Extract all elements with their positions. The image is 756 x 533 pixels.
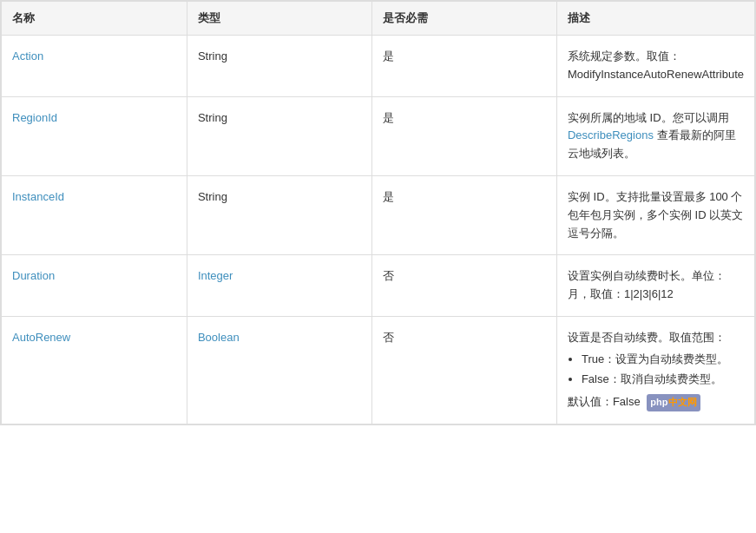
param-desc-action: 系统规定参数。取值：ModifyInstanceAutoRenewAttribu…	[556, 36, 754, 97]
param-desc-autorenew: 设置是否自动续费。取值范围： True：设置为自动续费类型。 False：取消自…	[556, 316, 754, 424]
autorenew-desc-intro: 设置是否自动续费。取值范围：	[568, 331, 726, 344]
param-required-action: 是	[372, 36, 557, 97]
param-desc-duration: 设置实例自动续费时长。单位：月，取值：1|2|3|6|12	[556, 255, 754, 317]
table-row: Action String 是 系统规定参数。取值：ModifyInstance…	[2, 36, 755, 97]
autorenew-desc-list: True：设置为自动续费类型。 False：取消自动续费类型。	[568, 351, 744, 389]
desc-text-before: 实例所属的地域 ID。您可以调用	[568, 111, 729, 124]
action-link[interactable]: Action	[12, 49, 43, 63]
instanceid-link[interactable]: InstanceId	[12, 190, 64, 203]
param-type-regionid: String	[187, 96, 371, 175]
param-type-autorenew: Boolean	[187, 316, 371, 424]
default-text: 默认值：False	[568, 395, 641, 408]
table-header-row: 名称 类型 是否必需 描述	[2, 2, 755, 36]
param-name-autorenew: AutoRenew	[2, 316, 187, 424]
param-type-duration: Integer	[187, 255, 371, 317]
param-type-action: String	[187, 36, 371, 97]
param-name-regionid: RegionId	[2, 96, 187, 175]
table-row: AutoRenew Boolean 否 设置是否自动续费。取值范围： True：…	[2, 316, 755, 424]
header-type: 类型	[187, 2, 371, 36]
header-name: 名称	[2, 2, 187, 36]
header-required: 是否必需	[372, 2, 557, 36]
param-required-duration: 否	[372, 255, 557, 317]
param-required-autorenew: 否	[372, 316, 557, 424]
autorenew-default: 默认值：False php中文网	[568, 393, 744, 411]
param-name-instanceid: InstanceId	[2, 175, 187, 254]
list-item: False：取消自动续费类型。	[582, 371, 744, 389]
param-required-regionid: 是	[372, 96, 557, 175]
list-item: True：设置为自动续费类型。	[582, 351, 744, 369]
describe-regions-link[interactable]: DescribeRegions	[568, 128, 654, 141]
api-params-table: 名称 类型 是否必需 描述 Action String 是 系统规定参数。取值：…	[0, 0, 756, 425]
integer-type-link[interactable]: Integer	[198, 269, 233, 282]
duration-link[interactable]: Duration	[12, 269, 55, 282]
table-row: Duration Integer 否 设置实例自动续费时长。单位：月，取值：1|…	[2, 255, 755, 317]
table-row: RegionId String 是 实例所属的地域 ID。您可以调用 Descr…	[2, 96, 755, 175]
param-desc-regionid: 实例所属的地域 ID。您可以调用 DescribeRegions 查看最新的阿里…	[556, 96, 754, 175]
autorenew-link[interactable]: AutoRenew	[12, 331, 70, 344]
regionid-link[interactable]: RegionId	[12, 111, 57, 124]
php-badge: php中文网	[647, 394, 700, 411]
param-name-duration: Duration	[2, 255, 187, 317]
param-type-instanceid: String	[187, 175, 371, 254]
param-name-action: Action	[2, 36, 187, 97]
php-text: php	[650, 395, 667, 411]
table-row: InstanceId String 是 实例 ID。支持批量设置最多 100 个…	[2, 175, 755, 254]
param-desc-instanceid: 实例 ID。支持批量设置最多 100 个包年包月实例，多个实例 ID 以英文逗号…	[556, 175, 754, 254]
header-description: 描述	[556, 2, 754, 36]
boolean-type-link[interactable]: Boolean	[198, 331, 240, 344]
cn-text: 中文网	[668, 395, 697, 411]
param-required-instanceid: 是	[372, 175, 557, 254]
